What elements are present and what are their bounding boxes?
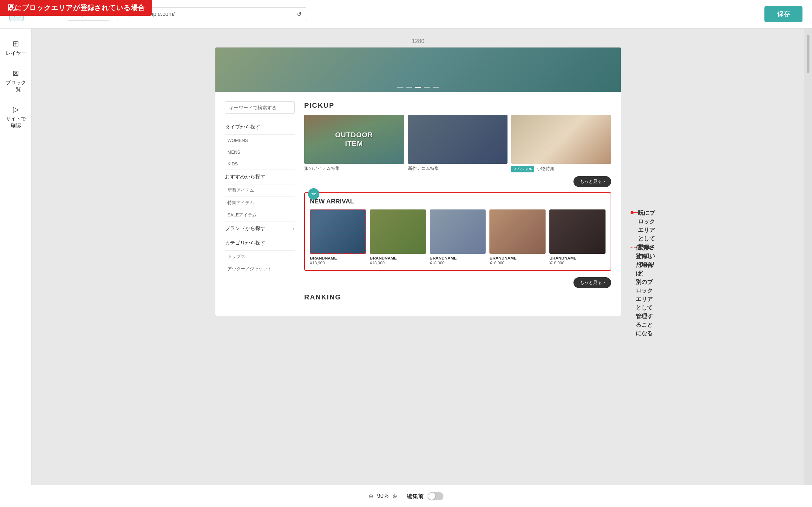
notification-bar: 既にブロックエリアが登録されている場合	[0, 0, 152, 16]
pickup-title: PICKUP	[304, 101, 611, 110]
block-icon: ⊠	[13, 69, 19, 78]
pickup-img-accessories	[511, 115, 611, 164]
annotation-bottom-line3: 管理することになる	[636, 313, 653, 337]
zoom-in-button[interactable]: ⊕	[392, 493, 397, 500]
sidebar-item-site[interactable]: ▷ サイトで確認	[3, 101, 29, 133]
outdoor-item-text: OUTDOORITEM	[335, 131, 373, 148]
nav-item-brand[interactable]: ブランドから探す ›	[225, 222, 295, 236]
product-card-2[interactable]: BRANDNAME ¥18,900	[370, 210, 426, 265]
product-brand-4: BRANDNAME	[490, 256, 546, 261]
product-img-4	[490, 210, 546, 254]
pickup-card-denim[interactable]: 新作デニム特集	[408, 115, 508, 172]
nav-item-recommended[interactable]: おすすめから探す	[225, 170, 295, 184]
pickup-card-accessories[interactable]: スペシャル 小物特集	[511, 115, 611, 172]
product-card-3[interactable]: BRANDNAME ¥18,900	[430, 210, 486, 265]
nav-item-category[interactable]: カテゴリから探す	[225, 236, 295, 250]
sidebar-item-block[interactable]: ⊠ ブロック一覧	[3, 64, 29, 97]
pickup-caption-denim: 新作デニム特集	[408, 166, 508, 171]
clearfix-new-arrival: もっと見る ›	[304, 277, 611, 293]
product-price-3: ¥18,900	[430, 261, 486, 265]
special-badge: スペシャル	[511, 166, 534, 172]
annotation-bottom-right: 個別で登録した場合は、 別のブロックエリアとして 管理することになる	[630, 244, 658, 338]
zoom-out-button[interactable]: ⊖	[368, 493, 373, 500]
nav-item-tops[interactable]: トップス	[225, 250, 295, 263]
hero-dot-3[interactable]	[415, 87, 421, 88]
hero-dot-1[interactable]	[397, 87, 403, 88]
pickup-caption-outdoor: 旅のアイテム特集	[304, 166, 404, 171]
pickup-caption-accessories: スペシャル 小物特集	[511, 166, 611, 172]
pickup-more-button[interactable]: もっと見る ›	[573, 176, 611, 187]
new-arrival-block: ✏ NEW ARRIVAL BRANDNAME ¥18,900	[304, 192, 611, 271]
save-button[interactable]: 保存	[764, 6, 803, 22]
width-label: 1280	[412, 38, 424, 45]
reload-icon[interactable]: ↺	[297, 11, 302, 18]
nav-item-outer[interactable]: アウター／ジャケット	[225, 263, 295, 275]
nav-item-new[interactable]: 新着アイテム	[225, 184, 295, 197]
annotation-bottom-line2: 別のブロックエリアとして	[636, 279, 653, 311]
canvas-area: 1280 🔍	[32, 29, 804, 485]
annotation-dashed-line	[630, 247, 636, 248]
hero-dots	[397, 87, 439, 88]
bottom-toolbar: ⊖ 90% ⊕ 編集前	[0, 485, 812, 507]
pickup-card-outdoor[interactable]: OUTDOORITEM 旅のアイテム特集	[304, 115, 404, 172]
clearfix-pickup: もっと見る ›	[304, 176, 611, 192]
annotation-dot-top	[630, 211, 634, 214]
hero-dot-5[interactable]	[433, 87, 439, 88]
product-price-4: ¥18,900	[490, 261, 546, 265]
zoom-level: 90%	[377, 493, 389, 499]
pickup-img-denim	[408, 115, 508, 164]
annotation-bottom-line1: 個別で登録した場合は、	[636, 245, 653, 277]
main-content: PICKUP OUTDOORITEM 旅のアイテム特集 新作デニム特集	[304, 101, 611, 306]
edit-toggle: 編集前	[407, 492, 444, 500]
edit-toggle-track[interactable]	[427, 492, 444, 500]
hero-section	[215, 48, 621, 92]
dashed-line	[310, 232, 366, 232]
products-grid: BRANDNAME ¥18,900 BRANDNAME ¥18,900 BRAN	[310, 210, 606, 265]
product-brand-2: BRANDNAME	[370, 256, 426, 261]
sidebar-item-block-label: ブロック一覧	[6, 79, 26, 93]
annotation-top-line1: 既にブロックエリアとして	[638, 210, 655, 242]
product-brand-3: BRANDNAME	[430, 256, 486, 261]
product-img-5	[549, 210, 606, 254]
left-sidebar: ⊞ レイヤー ⊠ ブロック一覧 ▷ サイトで確認	[0, 29, 32, 507]
product-card-4[interactable]: BRANDNAME ¥18,900	[490, 210, 546, 265]
product-brand-5: BRANDNAME	[549, 256, 606, 261]
hero-dot-4[interactable]	[424, 87, 430, 88]
ranking-title: RANKING	[304, 293, 611, 301]
toggle-thumb	[428, 493, 435, 500]
nav-item-womens[interactable]: WOMENS	[225, 135, 295, 147]
pickup-img-outdoor: OUTDOORITEM	[304, 115, 404, 164]
accessories-caption-text: 小物特集	[537, 166, 554, 171]
layer-icon: ⊞	[13, 39, 19, 48]
chevron-right-icon: ›	[293, 226, 295, 232]
new-arrival-more-button[interactable]: もっと見る ›	[573, 277, 611, 288]
nav-sidebar: 🔍 タイプから探す WOMENS MENS KIDS おすすめから探す 新着アイ…	[225, 101, 295, 306]
new-arrival-title: NEW ARRIVAL	[310, 198, 606, 205]
annotation-line-top	[634, 212, 638, 213]
preview-wrapper: 🔍 タイプから探す WOMENS MENS KIDS おすすめから探す 新着アイ…	[215, 47, 621, 316]
product-card-1[interactable]: BRANDNAME ¥18,900	[310, 210, 366, 265]
product-price-2: ¥18,900	[370, 261, 426, 265]
search-button[interactable]: 🔍	[293, 102, 295, 113]
product-img-2	[370, 210, 426, 254]
edit-label: 編集前	[407, 493, 424, 500]
preview-frame: 🔍 タイプから探す WOMENS MENS KIDS おすすめから探す 新着アイ…	[215, 47, 621, 316]
search-input[interactable]	[225, 102, 293, 113]
annotation-text-bottom: 個別で登録した場合は、 別のブロックエリアとして 管理することになる	[636, 244, 658, 338]
nav-item-sale[interactable]: SALEアイテム	[225, 209, 295, 222]
nav-item-type[interactable]: タイプから探す	[225, 120, 295, 135]
sidebar-item-layer[interactable]: ⊞ レイヤー	[3, 35, 29, 61]
pickup-grid: OUTDOORITEM 旅のアイテム特集 新作デニム特集 スペシャル	[304, 115, 611, 172]
nav-item-special[interactable]: 特集アイテム	[225, 197, 295, 209]
zoom-controls: ⊖ 90% ⊕	[368, 493, 397, 500]
edit-fab-button[interactable]: ✏	[308, 188, 319, 200]
nav-item-kids[interactable]: KIDS	[225, 158, 295, 170]
hero-dot-2[interactable]	[406, 87, 412, 88]
nav-item-mens[interactable]: MENS	[225, 147, 295, 158]
content-area: 🔍 タイプから探す WOMENS MENS KIDS おすすめから探す 新着アイ…	[215, 92, 621, 316]
right-scrollbar[interactable]	[804, 29, 812, 507]
product-img-1	[310, 210, 366, 254]
product-brand-1: BRANDNAME	[310, 256, 366, 261]
sidebar-item-layer-label: レイヤー	[6, 50, 26, 57]
product-card-5[interactable]: BRANDNAME ¥18,900	[549, 210, 606, 265]
